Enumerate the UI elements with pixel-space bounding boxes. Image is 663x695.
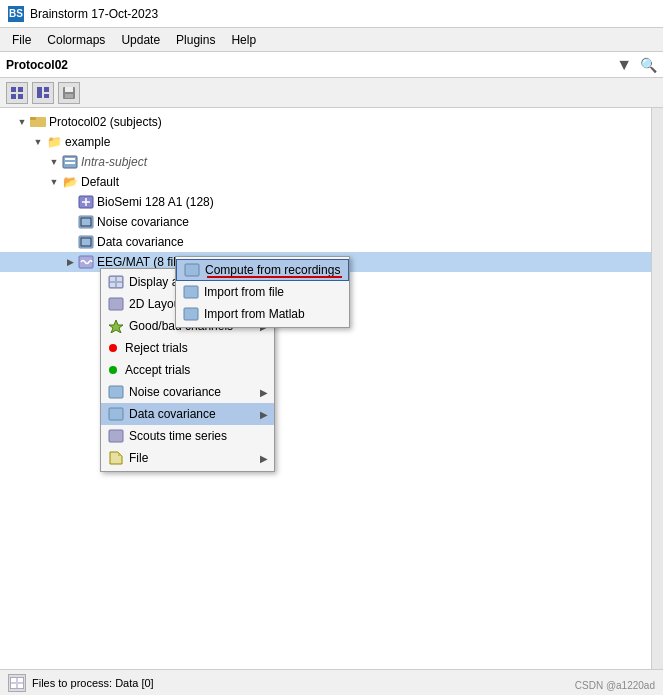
sub-import-file-icon xyxy=(182,283,200,301)
biosemi-icon xyxy=(78,194,94,210)
svg-rect-28 xyxy=(109,298,123,310)
ctx-reject-trials[interactable]: Reject trials xyxy=(101,337,274,359)
tree-intrasubject-label: Intra-subject xyxy=(81,155,147,169)
sub-import-file[interactable]: Import from file xyxy=(176,281,349,303)
scrollbar[interactable] xyxy=(651,108,663,669)
menu-update[interactable]: Update xyxy=(113,31,168,49)
svg-rect-3 xyxy=(18,94,23,99)
tree-example[interactable]: ▼ 📁 example xyxy=(0,132,663,152)
ctx-noise-cov-icon xyxy=(107,383,125,401)
toolbar-btn-save[interactable] xyxy=(58,82,80,104)
ctx-data-cov-label: Data covariance xyxy=(129,407,260,421)
menu-colormaps[interactable]: Colormaps xyxy=(39,31,113,49)
tree-panel: ▼ Protocol02 (subjects) ▼ 📁 example ▼ In… xyxy=(0,108,663,669)
toolbar-btn-grid2[interactable] xyxy=(32,82,54,104)
ctx-data-cov-icon xyxy=(107,405,125,423)
svg-rect-26 xyxy=(110,283,115,287)
ctx-reject-label: Reject trials xyxy=(125,341,268,355)
svg-rect-35 xyxy=(184,286,198,298)
toggle-default[interactable]: ▼ xyxy=(48,176,60,188)
ctx-accept-label: Accept trials xyxy=(125,363,268,377)
ctx-file-icon xyxy=(107,449,125,467)
svg-marker-32 xyxy=(110,452,122,464)
svg-rect-30 xyxy=(109,408,123,420)
svg-rect-6 xyxy=(44,94,49,98)
toggle-eeg[interactable]: ▶ xyxy=(64,256,76,268)
sub-import-matlab-label: Import from Matlab xyxy=(204,307,305,321)
data-cov-icon xyxy=(78,234,94,250)
svg-rect-2 xyxy=(11,94,16,99)
svg-rect-11 xyxy=(30,117,36,120)
status-bar: Files to process: Data [0] CSDN @a1220ad xyxy=(0,669,663,695)
menu-help[interactable]: Help xyxy=(223,31,264,49)
ctx-file[interactable]: File ▶ xyxy=(101,447,274,469)
red-underline xyxy=(207,276,342,278)
sub-import-file-label: Import from file xyxy=(204,285,284,299)
toggle-intrasubject[interactable]: ▼ xyxy=(48,156,60,168)
svg-rect-9 xyxy=(65,94,73,98)
search-button[interactable]: 🔍 xyxy=(640,57,657,73)
status-text: Files to process: Data [0] xyxy=(32,677,154,689)
tree-intrasubject[interactable]: ▼ Intra-subject xyxy=(0,152,663,172)
tree-root[interactable]: ▼ Protocol02 (subjects) xyxy=(0,112,663,132)
svg-rect-0 xyxy=(11,87,16,92)
grid1-icon xyxy=(10,86,24,100)
sub-menu-data-cov: Compute from recordings Import from file… xyxy=(175,256,350,328)
app-icon: BS xyxy=(8,6,24,22)
tree-root-label: Protocol02 (subjects) xyxy=(49,115,162,129)
sub-import-matlab[interactable]: Import from Matlab xyxy=(176,303,349,325)
protocol-label: Protocol02 xyxy=(6,58,68,72)
watermark: CSDN @a1220ad xyxy=(575,680,655,691)
tree-data-cov[interactable]: ▶ Data covariance xyxy=(0,232,663,252)
save-icon xyxy=(62,86,76,100)
root-icon xyxy=(30,114,46,130)
tree-noise-cov[interactable]: ▶ Noise covariance xyxy=(0,212,663,232)
status-icon xyxy=(8,674,26,692)
accept-dot xyxy=(109,366,117,374)
title-bar-text: Brainstorm 17-Oct-2023 xyxy=(30,7,158,21)
ctx-scouts-ts[interactable]: Scouts time series xyxy=(101,425,274,447)
display-image-icon xyxy=(107,273,125,291)
menu-bar: File Colormaps Update Plugins Help xyxy=(0,28,663,52)
tree-example-label: example xyxy=(65,135,110,149)
tree-data-cov-label: Data covariance xyxy=(97,235,184,249)
svg-rect-31 xyxy=(109,430,123,442)
tree-default[interactable]: ▼ 📂 Default xyxy=(0,172,663,192)
toggle-example[interactable]: ▼ xyxy=(32,136,44,148)
ctx-data-cov[interactable]: Data covariance ▶ xyxy=(101,403,274,425)
svg-rect-38 xyxy=(11,678,16,682)
svg-rect-13 xyxy=(65,158,75,160)
svg-rect-25 xyxy=(117,277,122,281)
grid2-icon xyxy=(36,86,50,100)
svg-rect-36 xyxy=(184,308,198,320)
ctx-file-arrow: ▶ xyxy=(260,453,268,464)
ctx-scouts-icon xyxy=(107,427,125,445)
ctx-data-cov-arrow: ▶ xyxy=(260,409,268,420)
sub-compute-label: Compute from recordings xyxy=(205,263,340,277)
ctx-noise-cov-arrow: ▶ xyxy=(260,387,268,398)
sub-compute-recordings[interactable]: Compute from recordings xyxy=(176,259,349,281)
ctx-accept-trials[interactable]: Accept trials xyxy=(101,359,274,381)
menu-plugins[interactable]: Plugins xyxy=(168,31,223,49)
eeg-icon xyxy=(78,254,94,270)
svg-rect-27 xyxy=(117,283,122,287)
tree-biosemi[interactable]: ▶ BioSemi 128 A1 (128) xyxy=(0,192,663,212)
ctx-noise-cov[interactable]: Noise covariance ▶ xyxy=(101,381,274,403)
2d-layout-icon xyxy=(107,295,125,313)
svg-rect-1 xyxy=(18,87,23,92)
svg-rect-5 xyxy=(44,87,49,92)
svg-rect-41 xyxy=(18,684,23,688)
svg-rect-29 xyxy=(109,386,123,398)
protocol-dropdown[interactable]: ▼ xyxy=(616,56,632,74)
sub-compute-icon xyxy=(183,261,201,279)
example-icon: 📁 xyxy=(46,134,62,150)
tree-noise-cov-label: Noise covariance xyxy=(97,215,189,229)
intrasubject-icon xyxy=(62,154,78,170)
menu-file[interactable]: File xyxy=(4,31,39,49)
toggle-root[interactable]: ▼ xyxy=(16,116,28,128)
tree-biosemi-label: BioSemi 128 A1 (128) xyxy=(97,195,214,209)
toolbar-btn-grid1[interactable] xyxy=(6,82,28,104)
svg-rect-24 xyxy=(110,277,115,281)
protocol-bar: Protocol02 ▼ 🔍 xyxy=(0,52,663,78)
ctx-file-label: File xyxy=(129,451,260,465)
